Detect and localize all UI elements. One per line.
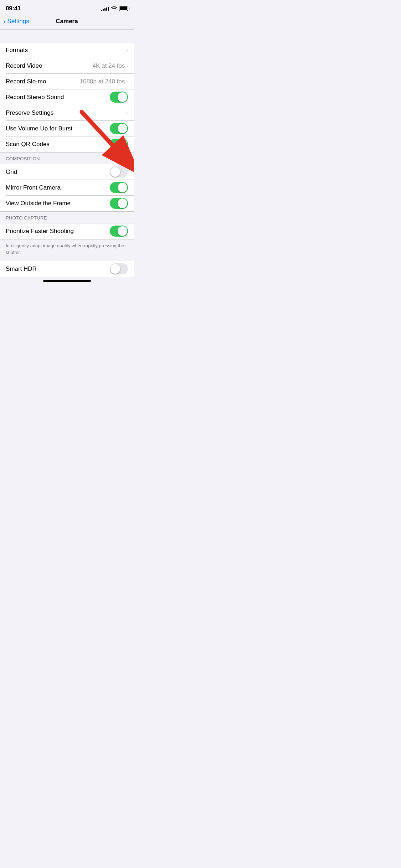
formats-row[interactable]: Formats › bbox=[0, 42, 134, 58]
toggle-knob bbox=[118, 92, 127, 102]
formats-right: › bbox=[126, 47, 128, 53]
composition-header-text: COMPOSITION bbox=[6, 156, 40, 161]
scan-qr-label: Scan QR Codes bbox=[6, 141, 110, 148]
photo-capture-settings-group: Prioritize Faster Shooting bbox=[0, 223, 134, 239]
record-stereo-label: Record Stereo Sound bbox=[6, 94, 110, 101]
prioritize-shooting-label: Prioritize Faster Shooting bbox=[6, 228, 110, 235]
toggle-knob bbox=[118, 198, 127, 208]
smart-hdr-label: Smart HDR bbox=[6, 265, 110, 273]
toggle-knob bbox=[118, 124, 127, 133]
preserve-settings-label: Preserve Settings bbox=[6, 109, 126, 117]
home-indicator bbox=[0, 277, 134, 284]
smart-hdr-toggle[interactable] bbox=[110, 263, 128, 274]
record-video-value: 4K at 24 fps bbox=[93, 62, 125, 69]
formats-chevron-icon: › bbox=[126, 47, 128, 53]
record-slomo-chevron-icon: › bbox=[126, 79, 128, 84]
status-time: 09:41 bbox=[6, 5, 21, 12]
main-settings-group: Formats › Record Video 4K at 24 fps › Re… bbox=[0, 42, 134, 153]
mirror-front-label: Mirror Front Camera bbox=[6, 184, 110, 191]
back-label: Settings bbox=[7, 18, 29, 25]
page-title: Camera bbox=[56, 18, 78, 25]
record-video-row[interactable]: Record Video 4K at 24 fps › bbox=[0, 58, 134, 74]
home-bar bbox=[43, 280, 91, 282]
record-slomo-row[interactable]: Record Slo-mo 1080p at 240 fps › bbox=[0, 74, 134, 89]
photo-capture-header-text: PHOTO CAPTURE bbox=[6, 215, 47, 221]
battery-icon bbox=[119, 6, 128, 11]
grid-toggle[interactable] bbox=[110, 166, 128, 177]
smart-hdr-settings-group: Smart HDR bbox=[0, 261, 134, 277]
composition-settings-group: Grid Mirror Front Camera View Outside th… bbox=[0, 164, 134, 212]
record-video-label: Record Video bbox=[6, 62, 93, 69]
view-outside-toggle[interactable] bbox=[110, 198, 128, 209]
record-slomo-label: Record Slo-mo bbox=[6, 78, 80, 85]
record-stereo-row: Record Stereo Sound bbox=[0, 89, 134, 105]
back-button[interactable]: ‹ Settings bbox=[4, 17, 29, 25]
status-bar: 09:41 bbox=[0, 0, 134, 15]
scan-qr-row: Scan QR Codes bbox=[0, 136, 134, 152]
scan-qr-toggle[interactable] bbox=[110, 139, 128, 150]
preserve-settings-chevron-icon: › bbox=[126, 110, 128, 116]
signal-icon bbox=[101, 6, 109, 11]
toggle-knob bbox=[118, 226, 127, 236]
back-chevron-icon: ‹ bbox=[4, 17, 6, 25]
photo-capture-header: PHOTO CAPTURE bbox=[0, 212, 134, 223]
preserve-settings-row[interactable]: Preserve Settings › bbox=[0, 105, 134, 121]
status-icons bbox=[101, 6, 128, 11]
photo-capture-footer: Intelligently adapt image quality when r… bbox=[0, 239, 134, 261]
prioritize-shooting-toggle[interactable] bbox=[110, 226, 128, 237]
formats-label: Formats bbox=[6, 47, 126, 54]
toggle-knob bbox=[110, 167, 120, 177]
volume-burst-row: Use Volume Up for Burst bbox=[0, 121, 134, 136]
toggle-knob bbox=[110, 264, 120, 274]
toggle-knob bbox=[118, 139, 127, 149]
record-video-chevron-icon: › bbox=[126, 63, 128, 69]
toggle-knob bbox=[118, 183, 127, 192]
preserve-settings-right: › bbox=[126, 110, 128, 116]
top-spacer bbox=[0, 30, 134, 42]
view-outside-row: View Outside the Frame bbox=[0, 196, 134, 211]
nav-header: ‹ Settings Camera bbox=[0, 15, 134, 29]
composition-header: COMPOSITION bbox=[0, 153, 134, 164]
smart-hdr-row: Smart HDR bbox=[0, 261, 134, 277]
record-video-right: 4K at 24 fps › bbox=[93, 62, 128, 69]
volume-burst-toggle[interactable] bbox=[110, 123, 128, 134]
record-slomo-right: 1080p at 240 fps › bbox=[80, 78, 128, 85]
record-stereo-toggle[interactable] bbox=[110, 92, 128, 103]
grid-row: Grid bbox=[0, 164, 134, 180]
mirror-front-toggle[interactable] bbox=[110, 182, 128, 193]
photo-capture-footer-text: Intelligently adapt image quality when r… bbox=[6, 243, 124, 255]
volume-burst-label: Use Volume Up for Burst bbox=[6, 125, 110, 132]
mirror-front-row: Mirror Front Camera bbox=[0, 180, 134, 196]
wifi-icon bbox=[111, 6, 117, 11]
record-slomo-value: 1080p at 240 fps bbox=[80, 78, 125, 85]
prioritize-shooting-row: Prioritize Faster Shooting bbox=[0, 223, 134, 239]
view-outside-label: View Outside the Frame bbox=[6, 200, 110, 207]
grid-label: Grid bbox=[6, 169, 110, 176]
